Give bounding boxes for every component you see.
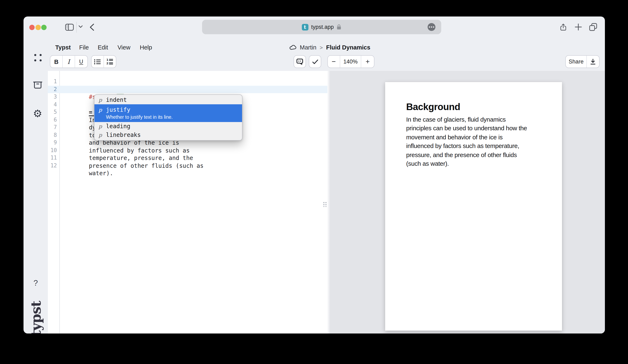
close-window-button[interactable] xyxy=(29,24,34,30)
param-type-badge: p xyxy=(98,122,102,130)
bullet-list-button[interactable] xyxy=(91,56,104,68)
menu-help[interactable]: Help xyxy=(140,44,152,51)
cloud-sync-icon xyxy=(290,45,297,50)
app-menubar: Typst File Edit View Help Martin > Fluid… xyxy=(23,43,605,54)
zoom-window-button[interactable] xyxy=(41,24,47,30)
comment-icon xyxy=(297,59,303,65)
numbered-list-button[interactable]: 1 2 xyxy=(104,56,116,68)
check-icon xyxy=(312,59,318,64)
zoom-level[interactable]: 140% xyxy=(340,56,361,68)
menu-view[interactable]: View xyxy=(118,44,130,51)
line-number: 2 xyxy=(48,85,57,93)
zoom-out-button[interactable]: − xyxy=(328,56,340,68)
sidebar-toggle-icon[interactable] xyxy=(65,23,74,31)
lock-icon xyxy=(337,24,342,30)
back-icon[interactable] xyxy=(89,23,94,31)
autocomplete-popup: p indent p justify Whether to justify te… xyxy=(94,94,242,141)
menu-edit[interactable]: Edit xyxy=(98,44,108,51)
document-page: Background In the case of glaciers, flui… xyxy=(385,82,562,330)
line-number: 11 xyxy=(48,154,57,162)
param-type-badge: p xyxy=(98,106,102,114)
code-line[interactable]: 11presence of other fluids (such as xyxy=(48,154,327,162)
tab-overview-icon[interactable] xyxy=(589,23,598,31)
document-body: In the case of glaciers, fluid dynamics … xyxy=(406,115,543,168)
code-line[interactable]: 10temperature, pressure, and the xyxy=(48,146,327,154)
new-tab-icon[interactable] xyxy=(574,23,582,31)
toolbar-divider xyxy=(76,22,77,33)
svg-text:1: 1 xyxy=(106,59,108,62)
screenshot-stage: t typst.app xyxy=(0,0,628,364)
code-line[interactable]: 1#set page("a6") xyxy=(48,78,327,85)
breadcrumb-account[interactable]: Martin xyxy=(300,44,316,51)
download-icon xyxy=(590,59,596,65)
pane-drag-handle[interactable] xyxy=(323,202,326,207)
help-icon[interactable]: ? xyxy=(23,279,48,288)
italic-button[interactable]: I xyxy=(63,56,75,68)
autocomplete-item-justify-selected[interactable]: p justify Whether to justify text in its… xyxy=(94,104,242,122)
browser-toolbar: t typst.app xyxy=(23,16,605,38)
line-number: 4 xyxy=(48,101,57,108)
check-button[interactable] xyxy=(309,56,321,68)
address-bar[interactable]: t typst.app xyxy=(202,20,441,34)
chevron-down-icon[interactable] xyxy=(78,25,83,28)
typst-favicon: t xyxy=(302,24,308,30)
minimize-window-button[interactable] xyxy=(35,24,41,30)
text-style-group: B I U xyxy=(50,55,88,68)
line-number: 8 xyxy=(48,131,57,139)
breadcrumb-separator: > xyxy=(320,44,323,51)
url-text: typst.app xyxy=(311,24,334,30)
line-number: 10 xyxy=(48,146,57,154)
breadcrumb-document[interactable]: Fluid Dynamics xyxy=(326,44,370,51)
line-number: 1 xyxy=(48,78,57,85)
page-settings-icon[interactable] xyxy=(428,23,435,31)
autocomplete-item-linebreaks[interactable]: p linebreaks xyxy=(94,131,242,139)
pane-divider[interactable] xyxy=(327,71,330,334)
templates-icon[interactable] xyxy=(33,80,43,89)
comments-group xyxy=(294,55,306,68)
share-group: Share xyxy=(565,55,600,68)
share-button[interactable]: Share xyxy=(566,56,587,68)
dashboard-icon[interactable] xyxy=(34,54,42,62)
line-number: 6 xyxy=(48,116,57,124)
line-number: 7 xyxy=(48,124,57,131)
bold-button[interactable]: B xyxy=(50,56,63,68)
zoom-in-button[interactable]: + xyxy=(361,56,374,68)
zoom-group: − 140% + xyxy=(327,55,374,68)
document-heading: Background xyxy=(406,101,543,112)
underline-button[interactable]: U xyxy=(75,56,87,68)
check-group xyxy=(309,55,321,68)
autocomplete-item-indent[interactable]: p indent xyxy=(94,96,242,104)
autocomplete-item-leading[interactable]: p leading xyxy=(94,122,242,131)
breadcrumb: Martin > Fluid Dynamics xyxy=(290,44,370,51)
list-style-group: 1 2 xyxy=(91,55,116,68)
code-line[interactable]: 12water). xyxy=(48,162,327,169)
share-page-icon[interactable] xyxy=(559,23,567,32)
code-line-active[interactable]: 2#set par() xyxy=(48,85,327,93)
comment-button[interactable] xyxy=(294,56,306,68)
typst-logo: typst xyxy=(23,300,48,334)
menu-typst[interactable]: Typst xyxy=(55,44,71,51)
preview-pane: Background In the case of glaciers, flui… xyxy=(330,71,605,334)
svg-text:2: 2 xyxy=(106,62,108,65)
settings-gear-icon[interactable]: ⚙ xyxy=(33,108,42,119)
autocomplete-description: Whether to justify text in its line. xyxy=(106,114,172,120)
line-number: 12 xyxy=(48,162,57,169)
param-type-badge: p xyxy=(98,131,102,139)
line-number: 3 xyxy=(48,93,57,101)
line-number: 9 xyxy=(48,139,57,146)
bullet-list-icon xyxy=(94,59,101,65)
line-number: 5 xyxy=(48,108,57,116)
param-type-badge: p xyxy=(98,96,102,104)
numbered-list-icon: 1 2 xyxy=(106,59,113,65)
menu-file[interactable]: File xyxy=(79,44,89,51)
browser-window: t typst.app xyxy=(23,16,605,334)
download-button[interactable] xyxy=(587,56,599,68)
